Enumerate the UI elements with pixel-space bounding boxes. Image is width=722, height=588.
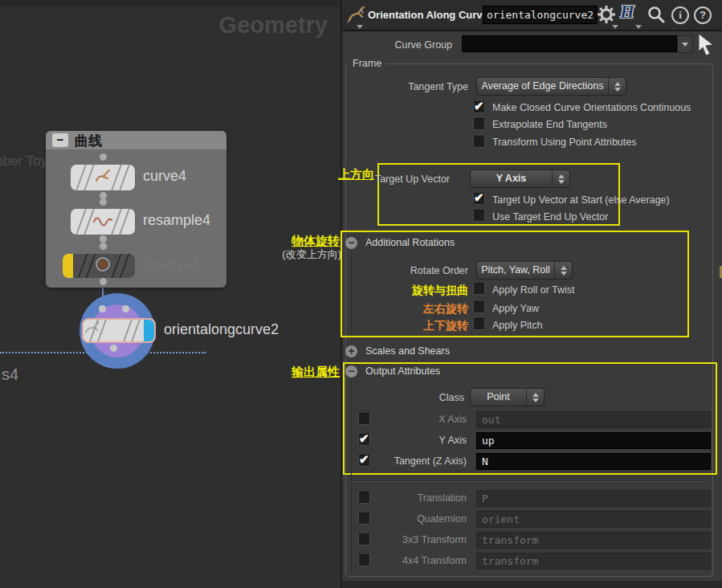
curve-group-dropdown-button[interactable] [677, 35, 693, 53]
node-type-icon[interactable] [346, 4, 366, 27]
3x3-transform-field[interactable]: transform [476, 532, 711, 549]
node-label-curve4[interactable]: curve4 [143, 168, 186, 185]
info-icon[interactable]: i [671, 6, 689, 24]
additional-rotations-collapse-button[interactable]: − [345, 237, 357, 249]
apply-roll-or-twist-label: Apply Roll or Twist [492, 284, 575, 296]
apply-pitch-checkbox[interactable] [473, 318, 485, 330]
output-attributes-title[interactable]: Output Attributes [365, 365, 440, 377]
tangent-z-axis-field[interactable]: N [476, 453, 711, 470]
extrapolate-end-tangents-checkbox[interactable] [473, 118, 485, 130]
apply-yaw-label: Apply Yaw [492, 303, 539, 314]
target-up-at-start-checkbox[interactable]: ✔ [473, 193, 485, 205]
network-editor-pane[interactable]: Geometry ober Toy s4 − 曲线 c [0, 0, 341, 588]
scales-shears-expand-button[interactable]: + [345, 345, 357, 357]
resample-node-icon [92, 214, 113, 230]
network-context-watermark: Geometry [0, 12, 328, 39]
clipped-networkbox-label[interactable]: ober Toy [0, 153, 47, 169]
template-flag[interactable] [63, 254, 73, 278]
3x3-transform-label: 3x3 Transform [342, 534, 467, 545]
transform-point-attributes-checkbox[interactable] [473, 136, 485, 148]
quaternion-label: Quaternion [342, 513, 467, 525]
separator [351, 157, 705, 158]
quaternion-field[interactable]: orient [476, 511, 711, 528]
node-label-resample4[interactable]: resample4 [143, 212, 210, 229]
display-flag[interactable] [144, 320, 154, 341]
reverse-node-icon [94, 255, 112, 276]
output-attributes-collapse-button[interactable]: − [345, 365, 357, 378]
input-connector-dot[interactable] [100, 198, 107, 206]
annotation-left-right-rotate: 左右旋转 [412, 302, 468, 316]
select-geometry-arrow-button[interactable] [695, 32, 718, 59]
additional-rotations-title[interactable]: Additional Rotations [365, 237, 455, 248]
annotation-up-down-rotate: 上下旋转 [412, 319, 468, 333]
annotation-output-attributes: 输出属性 [275, 365, 340, 380]
scales-shears-title[interactable]: Scales and Shears [365, 345, 450, 357]
spinner-icon[interactable] [526, 389, 544, 406]
class-dropdown[interactable]: Point [470, 388, 545, 406]
input-connector-dot[interactable] [100, 153, 107, 161]
apply-yaw-checkbox[interactable] [473, 301, 485, 313]
node-label-reverse4[interactable]: reverse4 [143, 256, 199, 273]
apply-roll-or-twist-checkbox[interactable] [473, 283, 485, 295]
target-up-vector-label: Target Up Vector [342, 174, 450, 185]
curve-node-icon [93, 168, 112, 187]
rotate-order-dropdown[interactable]: Pitch, Yaw, Roll [476, 261, 573, 280]
make-closed-curve-label: Make Closed Curve Orientations Continuou… [492, 102, 691, 113]
4x4-transform-label: 4x4 Transform [342, 555, 467, 566]
node-orientalongcurve2[interactable] [82, 318, 156, 343]
class-label: Class [342, 392, 464, 403]
spinner-icon[interactable] [608, 78, 626, 95]
network-box-collapse-button[interactable]: − [52, 133, 68, 147]
node-name-input[interactable] [483, 6, 598, 24]
curve-group-label: Curve Group [342, 39, 452, 51]
network-box-header[interactable]: − 曲线 [46, 131, 226, 149]
houdini-menu-caret-icon[interactable] [635, 25, 642, 29]
output-connector-dot[interactable] [100, 278, 107, 285]
input-connector-dot[interactable] [99, 305, 106, 312]
4x4-transform-field[interactable]: transform [476, 553, 711, 570]
node-type-menu-caret-icon[interactable] [357, 25, 363, 29]
section-indent-guide [351, 251, 352, 334]
x-axis-label: X Axis [342, 414, 467, 425]
y-axis-field[interactable]: up [476, 432, 711, 449]
tangent-type-dropdown[interactable]: Average of Edge Directions [476, 77, 626, 96]
clipped-node-label[interactable]: s4 [2, 365, 18, 384]
rotate-order-label: Rotate Order [342, 265, 468, 276]
frame-group-legend: Frame [349, 58, 385, 69]
target-up-vector-dropdown[interactable]: Y Axis [470, 169, 570, 188]
gear-menu-caret-icon[interactable] [612, 25, 618, 29]
translation-field[interactable]: P [476, 490, 711, 507]
network-box-title[interactable]: 曲线 [75, 132, 102, 150]
make-closed-curve-checkbox[interactable]: ✔ [473, 101, 485, 113]
parameter-title: Orientation Along Curve [368, 9, 488, 21]
tangent-z-axis-label: Tangent (Z Axis) [342, 455, 467, 467]
tangent-type-label: Tangent Type [342, 81, 468, 92]
apply-pitch-label: Apply Pitch [492, 320, 543, 331]
output-connector-dot[interactable] [110, 345, 117, 352]
extrapolate-end-tangents-label: Extrapolate End Tangents [492, 119, 607, 130]
input-connector-dot[interactable] [100, 243, 107, 250]
use-target-end-up-label: Use Target End Up Vector [492, 211, 608, 223]
use-target-end-up-checkbox[interactable] [473, 210, 485, 222]
houdini-window: Geometry ober Toy s4 − 曲线 c [0, 0, 722, 588]
node-reverse4[interactable] [63, 254, 135, 278]
network-pane-top-strip [0, 0, 341, 6]
output-connector-dot[interactable] [100, 235, 107, 243]
x-axis-field[interactable]: out [476, 411, 711, 428]
node-resample4[interactable] [71, 209, 135, 235]
parameter-pane-bottom-band [342, 581, 722, 588]
curve-group-input[interactable] [462, 35, 677, 52]
node-label-orientalongcurve2[interactable]: orientalongcurve2 [164, 321, 279, 338]
search-icon[interactable] [647, 5, 666, 27]
node-curve4[interactable] [71, 165, 135, 190]
input-connector-dot[interactable] [122, 305, 129, 312]
y-axis-label: Y Axis [342, 435, 467, 446]
spinner-icon[interactable] [552, 170, 569, 187]
spinner-icon[interactable] [554, 262, 572, 279]
help-icon[interactable]: ? [694, 6, 712, 24]
target-up-at-start-label: Target Up Vector at Start (else Average) [492, 194, 670, 206]
dropdown-arrow-icon [682, 43, 688, 47]
annotation-roll-twist: 旋转与扭曲 [396, 284, 468, 298]
annotation-change-up-direction: (改变上方向) [274, 247, 341, 262]
houdini-logo-icon[interactable]: H [620, 2, 634, 22]
